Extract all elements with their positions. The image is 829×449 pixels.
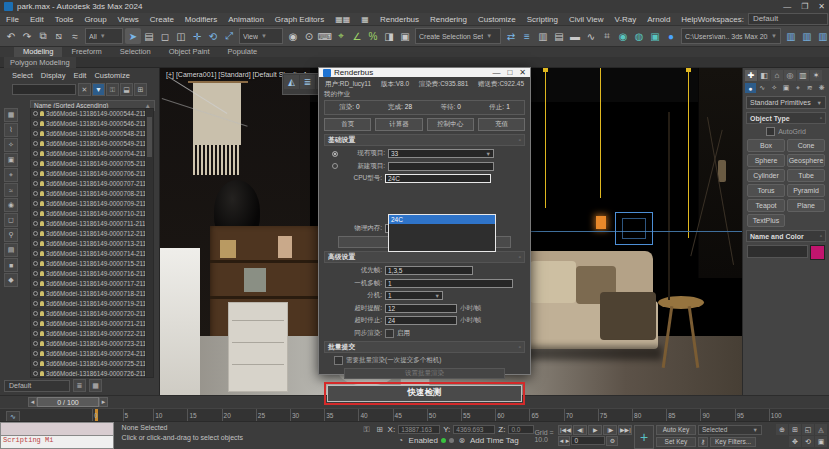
zoom-icon[interactable]: ⊕ — [776, 424, 788, 435]
geometry-category-icon[interactable]: ● — [745, 83, 756, 93]
ribbon-tab-selection[interactable]: Selection — [111, 47, 160, 57]
cameras-category-icon[interactable]: ▣ — [781, 83, 792, 93]
visibility-eye-icon[interactable] — [33, 181, 38, 186]
keyboard-override-icon[interactable]: ⌨ — [317, 28, 333, 44]
visibility-eye-icon[interactable] — [33, 141, 38, 146]
key-mode-toggle[interactable]: ◄► — [558, 436, 570, 446]
mirror-icon[interactable]: ⇄ — [503, 28, 519, 44]
auto-key-button[interactable]: Auto Key — [656, 425, 696, 435]
rectangular-selection-icon[interactable]: ◻ — [157, 28, 173, 44]
object-button-teapot[interactable]: Teapot — [747, 199, 785, 212]
menu-item-12[interactable]: Rendering — [430, 15, 467, 24]
select-filter-icon[interactable]: ▼ — [92, 83, 105, 96]
ribbon-tab-modeling[interactable]: Modeling — [14, 47, 62, 57]
snaps-toggle-icon[interactable]: ⌖ — [333, 28, 349, 44]
renderbus-title-bar[interactable]: Renderbus — □ ✕ — [319, 68, 530, 77]
batch-submit-section[interactable]: 批量提交▫ — [324, 341, 525, 353]
renderbus-nav-button-3[interactable]: 充值 — [478, 118, 525, 131]
ribbon-tab-populate[interactable]: Populate — [219, 47, 267, 57]
menu-item-17[interactable]: Arnold — [647, 15, 670, 24]
redo-icon[interactable]: ↷ — [19, 28, 35, 44]
maxscript-mini-listener[interactable]: Scripting Mi — [0, 422, 114, 449]
shapes-category-icon[interactable]: ∿ — [757, 83, 768, 93]
workspace-dropdown[interactable]: Default — [748, 13, 828, 25]
time-configuration-icon[interactable]: ⚙ — [606, 436, 618, 446]
go-to-end-button[interactable]: ▶▶| — [618, 425, 632, 435]
align-icon[interactable]: ≡ — [519, 28, 535, 44]
zoom-all-icon[interactable]: ⊞ — [789, 424, 801, 435]
systems-category-icon[interactable]: ❋ — [816, 83, 827, 93]
explorer-menu-customize[interactable]: Customize — [94, 71, 129, 80]
play-button[interactable]: ▶ — [588, 425, 602, 435]
utilities-tab-icon[interactable]: ✶ — [810, 70, 822, 81]
visibility-eye-icon[interactable] — [33, 111, 38, 116]
advanced-row-input[interactable]: 1▼ — [385, 291, 443, 300]
renderbus-nav-button-0[interactable]: 首页 — [324, 118, 371, 131]
menu-item-2[interactable]: Tools — [55, 15, 74, 24]
named-selection-sets-icon[interactable]: ▣ — [397, 28, 413, 44]
explorer-object-row[interactable]: 3d66Model-13186149-0000706-211 — [31, 169, 149, 179]
display-lights-icon[interactable]: ✧ — [4, 138, 18, 152]
scene-explorer-toggle-icon[interactable]: ▥ — [535, 28, 551, 44]
renderbus-submit-icon[interactable]: ▥ — [783, 28, 799, 44]
selection-lock-icon[interactable]: ⚿ — [362, 425, 372, 435]
ribbon-toggle-icon[interactable]: ▬ — [567, 28, 583, 44]
display-cameras-icon[interactable]: ▣ — [4, 153, 18, 167]
new-project-input[interactable] — [388, 162, 494, 171]
render-setup-icon[interactable]: ◍ — [631, 28, 647, 44]
time-slider-handle[interactable]: ◄ 0 / 100 ► — [28, 397, 108, 407]
select-object-icon[interactable]: ➤ — [125, 28, 141, 44]
menu-item-6[interactable]: Modifiers — [185, 15, 217, 24]
object-button-sphere[interactable]: Sphere — [747, 154, 785, 167]
menu-item-16[interactable]: V-Ray — [614, 15, 636, 24]
add-to-set-icon[interactable]: ⊞ — [134, 83, 147, 96]
batch-checkbox[interactable] — [334, 356, 343, 365]
sync-render-checkbox[interactable] — [385, 329, 394, 338]
explorer-search-input[interactable] — [12, 84, 76, 95]
schematic-view-icon[interactable]: ⌗ — [599, 28, 615, 44]
selection-mode-dropdown[interactable]: Selected▼ — [698, 425, 762, 435]
explorer-object-row[interactable]: 3d66Model-13186149-0000710-211 — [31, 209, 149, 219]
visibility-eye-icon[interactable] — [33, 211, 38, 216]
explorer-scrollbar[interactable] — [145, 108, 154, 378]
menu-item-18[interactable]: Help — [681, 15, 697, 24]
explorer-object-row[interactable]: 3d66Model-13186149-0000707-211 — [31, 179, 149, 189]
minimize-button[interactable]: — — [783, 2, 791, 11]
next-frame-arrow[interactable]: ► — [99, 397, 108, 407]
cpu-option[interactable]: 24C — [389, 215, 495, 224]
key-filters-button[interactable]: Key Filters... — [710, 437, 756, 447]
select-and-rotate-icon[interactable]: ⟲ — [205, 28, 221, 44]
visibility-eye-icon[interactable] — [33, 301, 38, 306]
select-and-scale-icon[interactable]: ⤢ — [221, 28, 237, 44]
select-by-name-icon[interactable]: ▤ — [141, 28, 157, 44]
menu-item-1[interactable]: Edit — [30, 15, 44, 24]
visibility-eye-icon[interactable] — [33, 201, 38, 206]
pan-icon[interactable]: ✥ — [789, 436, 801, 447]
explorer-object-row[interactable]: 3d66Model-13186149-0000721-211 — [31, 319, 149, 329]
explorer-object-row[interactable]: 3d66Model-13186149-0000713-211 — [31, 239, 149, 249]
explorer-object-row[interactable]: 3d66Model-13186149-0000719-211 — [31, 299, 149, 309]
window-crossing-icon[interactable]: ◫ — [173, 28, 189, 44]
explorer-object-row[interactable]: 3d66Model-13186149-0000544-211 — [31, 109, 149, 119]
renderbus-joblist-icon[interactable]: ≣ — [300, 75, 315, 89]
display-geometry-icon[interactable]: ▦ — [4, 108, 18, 122]
explorer-menu-display[interactable]: Display — [41, 71, 66, 80]
visibility-eye-icon[interactable] — [33, 311, 38, 316]
menu-item-15[interactable]: Civil View — [569, 15, 604, 24]
explorer-object-row[interactable]: 3d66Model-13186149-0000720-211 — [31, 309, 149, 319]
display-shapes-icon[interactable]: ⌇ — [4, 123, 18, 137]
object-button-pyramid[interactable]: Pyramid — [787, 184, 825, 197]
explorer-object-row[interactable]: 3d66Model-13186149-0000726-211 — [31, 369, 149, 378]
new-project-radio[interactable] — [332, 163, 338, 169]
percent-snap-icon[interactable]: % — [365, 28, 381, 44]
explorer-object-row[interactable]: 3d66Model-13186149-0000709-211 — [31, 199, 149, 209]
explorer-object-row[interactable]: 3d66Model-13186149-0000722-211 — [31, 329, 149, 339]
primitives-dropdown[interactable]: Standard Primitives▼ — [746, 96, 826, 109]
create-key-button[interactable]: + — [634, 425, 654, 449]
field-of-view-icon[interactable]: ◬ — [815, 424, 827, 435]
explorer-object-row[interactable]: 3d66Model-13186149-0000705-211 — [31, 159, 149, 169]
explorer-menu-select[interactable]: Select — [12, 71, 33, 80]
display-helpers-icon[interactable]: ⌖ — [4, 168, 18, 182]
reference-coordinate-dropdown[interactable]: View▼ — [239, 28, 283, 44]
explorer-object-row[interactable]: 3d66Model-13186149-0000546-211 — [31, 119, 149, 129]
